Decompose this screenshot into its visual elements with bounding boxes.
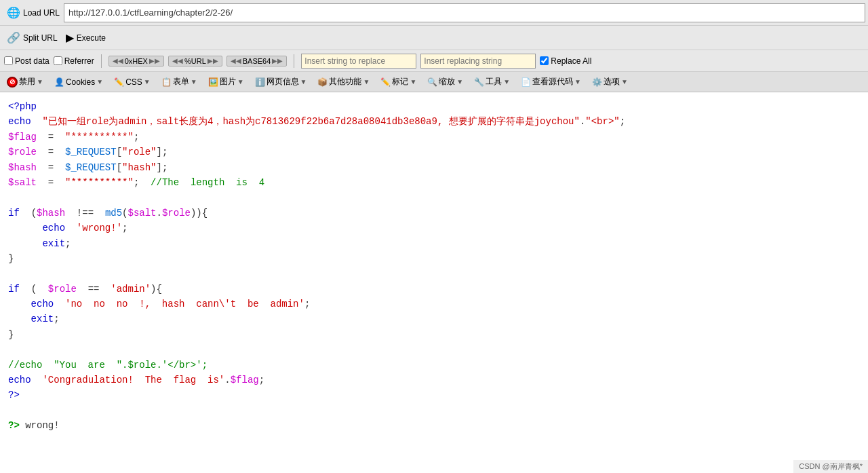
images-dropdown-icon: ▼ — [237, 78, 244, 86]
post-data-checkbox-label[interactable]: Post data — [4, 56, 50, 66]
echo-keyword-2: echo — [8, 375, 31, 385]
base64-button[interactable]: ◀◀ BASE64 ▶▶ — [226, 56, 288, 67]
nav-toolbar: ⊘ 禁用 ▼ 👤 Cookies ▼ ✏️ CSS ▼ 📋 表单 ▼ 🖼️ 图片… — [0, 72, 868, 92]
zoom-icon: 🔍 — [427, 77, 437, 87]
url-left-arrow: ◀◀ — [172, 57, 183, 64]
bookmark-dropdown-icon: ▼ — [410, 78, 416, 86]
tools-icon: 🔧 — [474, 77, 484, 87]
post-data-checkbox[interactable] — [4, 56, 13, 65]
url-encode-button[interactable]: ◀◀ %URL ▶▶ — [168, 56, 222, 67]
view-source-dropdown-icon: ▼ — [574, 78, 581, 86]
replace-all-label: Replace All — [551, 56, 591, 66]
view-source-icon: 📄 — [521, 77, 531, 87]
options-dropdown-icon: ▼ — [621, 78, 628, 86]
echo-keyword-1: echo — [8, 116, 31, 127]
page-info-button[interactable]: ℹ️ 网页信息 ▼ — [251, 75, 311, 89]
php-open-tag: <?php — [8, 101, 37, 112]
css-icon: ✏️ — [114, 77, 124, 87]
images-label: 图片 — [220, 76, 236, 88]
if-keyword-2: if — [8, 284, 20, 295]
table-icon: 📋 — [161, 77, 172, 87]
replace-all-checkbox-label[interactable]: Replace All — [540, 56, 591, 66]
other-func-dropdown-icon: ▼ — [363, 78, 370, 86]
flag-var: $flag — [8, 132, 37, 143]
load-url-icon: 🌐 — [7, 6, 20, 19]
bookmark-label: 标记 — [392, 76, 408, 88]
css-button[interactable]: ✏️ CSS ▼ — [110, 76, 155, 88]
options-icon: ⚙️ — [592, 77, 602, 87]
cookies-dropdown-icon: ▼ — [96, 78, 103, 86]
zoom-button[interactable]: 🔍 缩放 ▼ — [423, 75, 467, 89]
table-label: 表单 — [173, 76, 189, 88]
page-info-dropdown-icon: ▼ — [300, 78, 307, 86]
other-func-label: 其他功能 — [329, 76, 361, 88]
execute-icon: ▶ — [66, 31, 74, 44]
php-close-tag: ?> — [8, 390, 20, 400]
replacing-string-input[interactable] — [420, 54, 536, 69]
split-url-button[interactable]: 🔗 Split URL — [3, 30, 62, 45]
echo-string-1: "已知一组role为admin，salt长度为4，hash为c7813629f2… — [42, 116, 579, 127]
referrer-checkbox[interactable] — [54, 56, 62, 65]
if-keyword-1: if — [8, 208, 20, 219]
base64-label: BASE64 — [243, 57, 271, 65]
commented-echo: //echo "You are ".$role.'</br>'; — [8, 360, 208, 371]
replace-all-checkbox[interactable] — [540, 56, 549, 65]
forbidden-icon: ⊘ — [7, 77, 18, 88]
base64-right-arrow: ▶▶ — [272, 57, 283, 64]
cookies-icon: 👤 — [54, 77, 64, 87]
css-label: CSS — [125, 77, 142, 87]
hex-left-arrow: ◀◀ — [113, 57, 123, 64]
url-right-arrow: ▶▶ — [208, 57, 218, 64]
cookies-label: Cookies — [66, 77, 95, 87]
referrer-label: Referrer — [64, 56, 94, 66]
hash-var: $hash — [8, 162, 37, 173]
forbidden-button[interactable]: ⊘ 禁用 ▼ — [3, 75, 47, 89]
forbidden-dropdown-icon: ▼ — [37, 78, 43, 86]
bookmark-button[interactable]: ✏️ 标记 ▼ — [376, 75, 420, 89]
table-dropdown-icon: ▼ — [191, 78, 197, 86]
view-source-button[interactable]: 📄 查看源代码 ▼ — [517, 75, 585, 89]
view-source-label: 查看源代码 — [532, 76, 573, 88]
tools-button[interactable]: 🔧 工具 ▼ — [470, 75, 514, 89]
divider2 — [294, 54, 294, 68]
options-button[interactable]: ⚙️ 选项 ▼ — [588, 75, 632, 89]
css-dropdown-icon: ▼ — [144, 78, 151, 86]
images-button[interactable]: 🖼️ 图片 ▼ — [204, 75, 248, 89]
wrong-output: ?> — [8, 420, 20, 431]
execute-label: Execute — [77, 33, 106, 43]
load-url-button[interactable]: 🌐 Load URL — [3, 5, 64, 20]
images-icon: 🖼️ — [208, 77, 218, 87]
zoom-label: 缩放 — [439, 76, 455, 88]
bookmark-icon: ✏️ — [380, 77, 391, 87]
other-func-button[interactable]: 📦 其他功能 ▼ — [313, 75, 374, 89]
encode-toolbar: Post data Referrer ◀◀ 0xHEX ▶▶ ◀◀ %URL ▶… — [0, 50, 868, 72]
hex-right-arrow: ▶▶ — [149, 57, 160, 64]
zoom-dropdown-icon: ▼ — [456, 78, 463, 86]
role-var: $role — [8, 147, 37, 157]
forbidden-label: 禁用 — [19, 76, 35, 88]
base64-left-arrow: ◀◀ — [231, 57, 241, 64]
replace-string-input[interactable] — [301, 54, 416, 69]
code-content: <?php echo "已知一组role为admin，salt长度为4，hash… — [0, 92, 868, 473]
execute-button[interactable]: ▶ Execute — [62, 30, 110, 45]
page-info-label: 网页信息 — [267, 76, 299, 88]
tools-dropdown-icon: ▼ — [503, 78, 510, 86]
hex-label: 0xHEX — [125, 57, 148, 65]
hex-decode-button[interactable]: ◀◀ 0xHEX ▶▶ — [108, 56, 164, 67]
split-url-icon: 🔗 — [7, 31, 20, 44]
page-info-icon: ℹ️ — [255, 77, 265, 87]
post-data-label: Post data — [15, 56, 50, 66]
options-label: 选项 — [604, 76, 620, 88]
cookies-button[interactable]: 👤 Cookies ▼ — [50, 76, 107, 88]
divider1 — [101, 54, 102, 68]
referrer-checkbox-label[interactable]: Referrer — [54, 56, 94, 66]
split-url-toolbar: 🔗 Split URL ▶ Execute — [0, 26, 868, 50]
load-url-label: Load URL — [23, 8, 60, 18]
url-input[interactable] — [64, 3, 865, 22]
tools-label: 工具 — [486, 76, 502, 88]
load-url-toolbar: 🌐 Load URL — [0, 0, 868, 26]
salt-var: $salt — [8, 177, 37, 188]
bottom-label: CSDN @南岸青枫* — [793, 460, 868, 473]
split-url-label: Split URL — [23, 33, 58, 43]
table-button[interactable]: 📋 表单 ▼ — [157, 75, 201, 89]
